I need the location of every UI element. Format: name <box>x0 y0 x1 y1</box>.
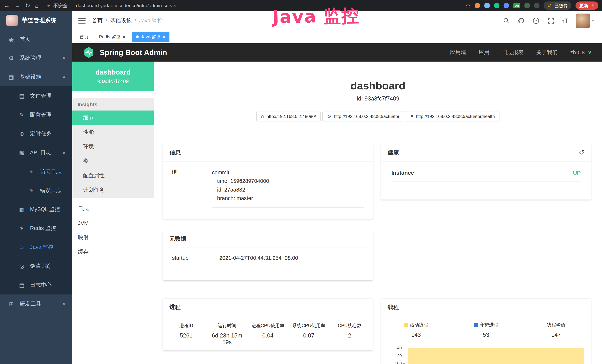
timer-icon: ⊕ <box>18 130 25 137</box>
sidebar-item-home[interactable]: ◉ 首页 <box>0 30 72 49</box>
threads-chart: 140 – 120 – 100 – <box>392 343 584 364</box>
sba-brand-name: Spring Boot Admin <box>100 48 167 57</box>
breadcrumb: 首页 / 基础设施 / Java 监控 <box>92 17 163 24</box>
process-stat: CPU核心数 2 <box>329 322 370 346</box>
sidebar-item-label: MySQL 监控 <box>30 206 60 213</box>
app-title: 芋道管理系统 <box>22 17 56 24</box>
live-threads-area <box>408 348 584 364</box>
sidebar-item-api-logs[interactable]: ▧ API 日志 ∧ <box>0 143 72 162</box>
sba-content: dashboard Id: 93a3fc7f7409 ⌂ http://192.… <box>154 62 602 364</box>
github-icon[interactable] <box>517 17 525 24</box>
sba-menu-config-props[interactable]: 配置属性 <box>72 168 154 183</box>
card-info-title: 信息 <box>170 149 181 156</box>
sidebar-item-infrastructure[interactable]: ▦ 基础设施 ∧ <box>0 67 72 86</box>
close-icon[interactable]: × <box>163 34 166 39</box>
browser-home-icon[interactable]: ⌂ <box>35 3 39 9</box>
kebab-menu-icon[interactable]: ⋮ <box>591 3 595 8</box>
sba-nav-applications[interactable]: 应用 <box>479 49 489 56</box>
sidebar-item-label: 文件管理 <box>30 92 52 100</box>
extension-leaf-icon[interactable] <box>524 3 530 8</box>
breadcrumb-home[interactable]: 首页 <box>92 17 103 24</box>
sba-menu-environment[interactable]: 环境 <box>72 139 154 154</box>
health-status-badge: UP <box>573 170 581 176</box>
endpoint-actuator[interactable]: ⚙ http://192.168.0.2:48080/actuator <box>322 111 404 121</box>
sba-menu-caches[interactable]: 缓存 <box>72 245 154 259</box>
update-button[interactable]: 更新 ⋮ <box>575 1 598 10</box>
sba-menu-metrics[interactable]: 性能 <box>72 125 154 139</box>
sba-locale-select[interactable]: zh-CN ∨ <box>570 50 592 56</box>
sidebar-item-access-logs[interactable]: ✎ 访问日志 <box>0 162 72 181</box>
paused-pill[interactable]: ☺ 已暂停 <box>544 1 571 10</box>
sidebar-item-system-mgmt[interactable]: ⚙ 系统管理 ∨ <box>0 49 72 67</box>
tab-home[interactable]: 首页 <box>76 32 92 42</box>
address-bar[interactable]: ⚠ 不安全 dashboard.yudao.iocoder.cn/infra/a… <box>46 2 177 9</box>
sidebar-item-label: Java 监控 <box>30 244 54 251</box>
sba-menu-mappings[interactable]: 映射 <box>72 230 154 245</box>
sba-menu-jvm[interactable]: JVM <box>72 216 154 230</box>
sidebar-item-label: 日志中心 <box>30 281 52 289</box>
extension-evernote-icon[interactable] <box>494 3 499 8</box>
sba-menu-details[interactable]: 细节 <box>72 110 154 125</box>
process-stat: 系统CPU使用率 0.07 <box>288 322 329 346</box>
sidebar-item-dev-tools[interactable]: ⊞ 研发工具 ∨ <box>0 294 72 313</box>
sidebar-item-scheduled-jobs[interactable]: ⊕ 定时任务 <box>0 124 72 143</box>
instance-id: 93a3fc7f7409 <box>97 78 129 84</box>
extension-grid-icon[interactable] <box>504 3 509 8</box>
active-dot <box>136 35 139 38</box>
sba-brand[interactable]: Spring Boot Admin <box>83 46 167 59</box>
sidebar-item-redis-monitor[interactable]: ✶ Redis 监控 <box>0 219 72 238</box>
extension-on-badge[interactable]: on <box>513 3 520 8</box>
legend-peak-threads: 线程峰值 147 <box>521 322 591 338</box>
sidebar-item-tracing[interactable]: ◎ 链路追踪 <box>0 257 72 276</box>
endpoint-health[interactable]: ♥ http://192.168.0.2:48080/actuator/heal… <box>406 111 499 121</box>
card-threads: 线程 活动线程 143 <box>381 299 591 364</box>
avatar <box>576 13 590 28</box>
back-icon[interactable]: ← <box>4 3 10 9</box>
sba-menu-logs[interactable]: 日志 <box>72 201 154 216</box>
sidebar-item-config-mgmt[interactable]: ✎ 配置管理 <box>0 105 72 124</box>
sba-nav-journal[interactable]: 日志报表 <box>502 49 524 56</box>
sidebar-item-java-monitor[interactable]: ☕ Java 监控 <box>0 238 72 257</box>
card-process-title: 进程 <box>170 303 181 311</box>
sba-nav-wallboard[interactable]: 应用墙 <box>450 49 466 56</box>
sba-menu-classes[interactable]: 类 <box>72 154 154 168</box>
sba-nav-about[interactable]: 关于我们 <box>536 49 558 56</box>
fullscreen-icon[interactable] <box>547 17 555 24</box>
help-icon[interactable]: ? <box>532 17 540 24</box>
extension-drop-icon[interactable] <box>484 3 490 8</box>
extension-fox-icon[interactable] <box>475 3 480 8</box>
sidebar-item-label: 链路追踪 <box>30 262 52 270</box>
reload-icon[interactable]: ↻ <box>25 3 30 9</box>
breadcrumb-section[interactable]: 基础设施 <box>110 17 132 24</box>
sidebar-item-label: 配置管理 <box>30 111 52 118</box>
wrench-icon: ⚙ <box>327 114 331 119</box>
gear-icon: ⚙ <box>8 55 15 61</box>
endpoint-url: http://192.168.0.2:48080/ <box>266 114 316 119</box>
tab-java-monitor[interactable]: Java 监控 × <box>132 32 170 42</box>
close-icon[interactable]: × <box>123 34 125 39</box>
tab-label: Redis 监控 <box>99 34 120 40</box>
chevron-up-icon: ∧ <box>62 150 66 155</box>
history-icon[interactable]: ↺ <box>579 149 584 156</box>
sidebar-item-file-mgmt[interactable]: ▤ 文件管理 <box>0 86 72 105</box>
sba-menu-scheduled-tasks[interactable]: 计划任务 <box>72 183 154 197</box>
chevron-down-icon: ∨ <box>62 55 66 61</box>
sidebar-item-log-center[interactable]: ▤ 日志中心 <box>0 276 72 294</box>
sidebar-item-mysql-monitor[interactable]: ▩ MySQL 监控 <box>0 200 72 219</box>
endpoint-root[interactable]: ⌂ http://192.168.0.2:48080/ <box>256 111 321 121</box>
user-menu[interactable]: ▾ <box>576 13 594 28</box>
search-icon[interactable] <box>503 17 510 24</box>
svg-text:?: ? <box>535 19 537 23</box>
sidebar-item-label: 访问日志 <box>40 168 62 175</box>
tab-redis-monitor[interactable]: Redis 监控 × <box>95 32 129 42</box>
sba-instance-header[interactable]: dashboard 93a3fc7f7409 <box>72 62 154 91</box>
bookmark-star-icon[interactable]: ☆ <box>465 3 471 9</box>
forward-icon[interactable]: → <box>14 3 20 9</box>
extension-puzzle-icon[interactable] <box>534 3 539 8</box>
font-size-icon[interactable]: TT <box>562 17 568 24</box>
spring-boot-admin-logo <box>83 46 95 59</box>
hamburger-icon[interactable] <box>78 18 86 23</box>
sba-body: dashboard 93a3fc7f7409 Insights 细节 性能 环境… <box>72 62 602 364</box>
redis-icon: ✶ <box>18 225 25 232</box>
sidebar-item-error-logs[interactable]: ✎ 错误日志 <box>0 181 72 200</box>
